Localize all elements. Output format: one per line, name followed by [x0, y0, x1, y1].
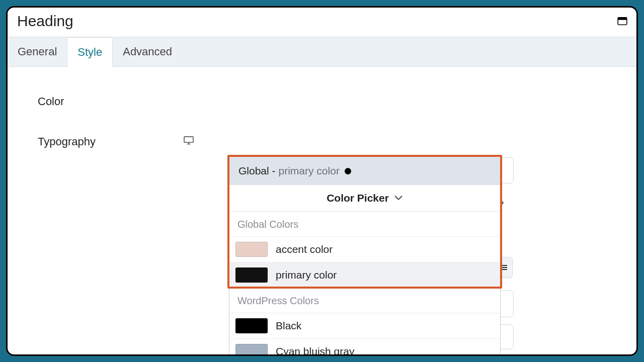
color-swatch: [235, 344, 268, 356]
color-option-label: Black: [276, 320, 301, 332]
color-option-label: primary color: [276, 269, 337, 281]
label-typography-text: Typography: [38, 135, 96, 148]
color-option[interactable]: primary color: [229, 262, 500, 288]
titlebar: Heading: [6, 8, 636, 37]
svg-rect-1: [618, 18, 627, 20]
color-swatch: [235, 242, 268, 257]
label-color: Color: [38, 92, 199, 108]
row-color: Color: [38, 92, 606, 108]
color-swatch: [235, 267, 268, 283]
row-typography: Typography: [38, 132, 606, 148]
page-title: Heading: [17, 13, 73, 30]
svg-rect-2: [184, 137, 193, 142]
window-maximize-icon[interactable]: [617, 17, 627, 25]
color-selected-name: primary color: [279, 165, 340, 177]
color-picker-label: Color Picker: [327, 192, 389, 204]
section-wordpress-colors: WordPress Colors: [229, 288, 500, 313]
tab-style[interactable]: Style: [67, 37, 113, 67]
color-option[interactable]: accent color: [229, 237, 500, 262]
svg-rect-3: [501, 265, 507, 266]
color-value-display[interactable]: Global - primary color: [229, 157, 500, 185]
color-option[interactable]: Black: [229, 313, 500, 339]
color-picker-toggle[interactable]: Color Picker: [229, 185, 500, 212]
content-area: Color Typography Global - primary color: [8, 67, 636, 354]
section-global-colors: Global Colors: [229, 212, 500, 237]
settings-window: Heading General Style Advanced Color Typ…: [6, 6, 638, 356]
tab-advanced[interactable]: Advanced: [113, 37, 182, 66]
color-selected-swatch-icon: [345, 168, 351, 174]
color-option[interactable]: Cyan bluish gray: [229, 339, 500, 356]
color-swatch: [235, 318, 268, 333]
svg-rect-5: [501, 269, 507, 270]
tab-bar: General Style Advanced: [8, 37, 636, 67]
color-option-label: Cyan bluish gray: [276, 345, 354, 356]
color-scope-prefix: Global -: [238, 165, 276, 177]
svg-rect-4: [501, 267, 507, 268]
color-option-label: accent color: [276, 243, 333, 255]
tab-general[interactable]: General: [8, 37, 67, 66]
label-typography: Typography: [38, 132, 199, 148]
desktop-icon[interactable]: [184, 135, 194, 148]
chevron-down-icon: [394, 192, 403, 204]
color-picker-popover: Global - primary color Color Picker Glob…: [229, 156, 501, 356]
